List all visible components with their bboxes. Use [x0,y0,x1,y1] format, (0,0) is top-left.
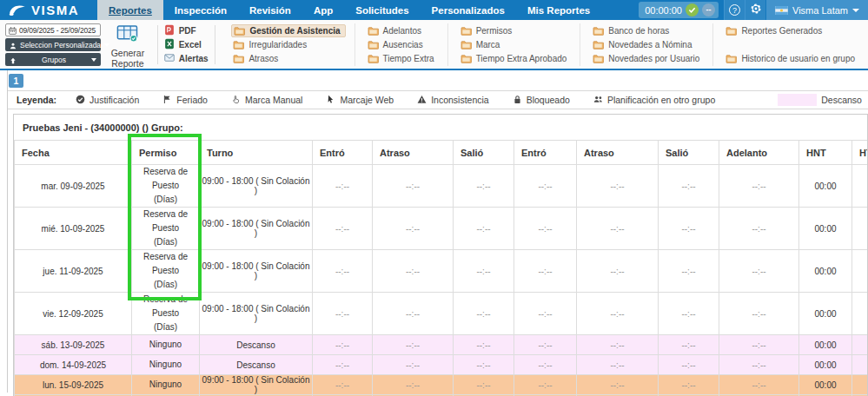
timer-check-button[interactable] [686,3,699,16]
selection-dropdown[interactable]: Seleccion Personalizada [5,38,101,51]
report-type-historico-de-usuario-en-grupo[interactable]: Historico de usuario en grupo [724,52,859,65]
report-type-reportes-generados[interactable]: Reportes Generados [724,24,859,37]
cell-permiso: Ninguno [132,355,200,375]
cell-ht [852,165,868,208]
timer-more-button[interactable]: -- [702,3,715,16]
column-header-salió: Salió [454,141,514,165]
cell-permiso: Reserva de Puesto (Días) [132,208,200,250]
legend-item-feriado: Feriado [162,92,208,108]
cell-mark-3: --:-- [454,208,514,250]
cell-mark-3: --:-- [454,250,514,293]
cell-mark-5: --:-- [577,208,659,250]
pdf-button[interactable]: PDF [164,24,209,37]
report-type-novedades-a-nómina[interactable]: Novedades a Nómina [591,38,704,51]
toolbar-separator [215,25,215,64]
nav-item-solicitudes[interactable]: Solicitudes [344,0,420,20]
cell-mark-6: --:-- [659,355,719,375]
cell-mark-1: --:-- [313,335,373,355]
report-type-label: Banco de horas [608,26,669,36]
cell-mark-5: --:-- [577,250,659,293]
flag-icon [775,3,788,18]
generate-report-button[interactable]: Generar Reporte [109,25,146,66]
cell-fecha: lun. 15-09-2025 [15,375,132,395]
report-type-novedades-por-usuario[interactable]: Novedades por Usuario [591,52,704,65]
settings-button[interactable] [745,0,765,20]
cell-mark-3: --:-- [454,375,514,395]
date-range-field[interactable]: 09/09/2025 - 25/09/2025 [5,23,101,36]
table-header-row: FechaPermisoTurnoEntróAtrasoSalióEntróAt… [15,141,868,165]
user-menu-label: Visma Latam [792,5,848,16]
report-type-permisos[interactable]: Permisos [459,24,572,37]
report-type-atrasos[interactable]: Atrasos [231,52,345,65]
table-row: mar. 09-09-2025Reserva de Puesto (Días)0… [15,165,868,208]
report-type-list: Gestión de AsistenciaIrregularidadesAtra… [221,23,868,66]
legend-item-inconsistencia: Inconsistencia [417,92,489,108]
report-type-label: Atrasos [248,54,278,63]
report-type-banco-de-horas[interactable]: Banco de horas [591,24,704,37]
report-type-tiempo-extra[interactable]: Tiempo Extra [366,52,439,65]
report-type-irregularidades[interactable]: Irregularidades [231,38,345,51]
cell-mark-2: --:-- [373,375,454,395]
column-header-entró: Entró [514,141,577,165]
column-header-ht: HT [852,141,868,165]
cell-mark-4: --:-- [514,355,577,375]
cell-mark-5: --:-- [577,165,659,208]
cell-mark-3: --:-- [454,335,514,355]
legend-item-marcaje-web: Marcaje Web [326,92,394,108]
alertas-button[interactable]: Alertas [164,52,209,65]
column-header-atraso: Atraso [577,141,659,165]
folder-icon [726,23,737,39]
chevron-down-icon [91,58,96,62]
nav-item-mis-reportes[interactable]: Mis Reportes [516,0,601,20]
cell-ht [852,208,868,250]
cell-mark-4: --:-- [514,165,577,208]
cell-mark-4: --:-- [514,250,577,293]
date-range-value: 09/09/2025 - 25/09/2025 [19,26,96,35]
cell-turno: 09:00 - 18:00 ( Sin Colación ) [200,375,313,395]
report-type-adelantos[interactable]: Adelantos [366,24,439,37]
nav-item-reportes[interactable]: Reportes [97,0,163,20]
nav-item-app[interactable]: App [302,0,344,20]
groups-dropdown-label: Grupos [20,56,88,64]
report-type-marca[interactable]: Marca [459,38,572,51]
cell-mark-2: --:-- [373,165,454,208]
question-icon: ? [729,4,740,16]
cell-mark-2: --:-- [373,335,454,355]
report-type-label: Permisos [476,26,513,36]
cell-ht [852,355,868,375]
report-type-column: Reportes GeneradosHistorico de usuario e… [712,23,868,66]
legend-item-marca-manual: Marca Manual [231,92,303,108]
help-button[interactable]: ? [724,0,745,20]
cell-hnt: 00:00 [799,335,852,355]
table-row: jue. 11-09-2025Reserva de Puesto (Días)0… [15,250,868,293]
column-header-fecha: Fecha [15,141,132,165]
pagination: 1 [8,70,868,90]
folder-icon [593,51,604,67]
report-type-label: Historico de usuario en grupo [741,54,855,63]
report-type-label: Novedades por Usuario [608,54,699,63]
excel-button[interactable]: Excel [164,38,209,51]
cell-ht [852,375,868,395]
report-type-label: Reportes Generados [741,26,822,36]
legend-bar: Leyenda: JustificaciónFeriadoMarca Manua… [8,90,868,109]
visma-logo[interactable]: VISMA [0,0,97,20]
nav-item-personalizados[interactable]: Personalizados [421,0,516,20]
user-menu[interactable]: Visma Latam [766,0,868,20]
groups-dropdown[interactable]: Grupos [5,53,101,66]
cell-fecha: vie. 12-09-2025 [15,293,132,335]
report-type-tiempo-extra-aprobado[interactable]: Tiempo Extra Aprobado [459,52,572,65]
report-type-gestión-de-asistencia[interactable]: Gestión de Asistencia [231,24,345,37]
report-type-label: Tiempo Extra Aprobado [476,54,567,63]
cell-permiso: Ninguno [132,335,200,355]
nav-item-revisión[interactable]: Revisión [238,0,302,20]
legend-item-justificación: Justificación [76,92,139,108]
cursor-icon [326,92,335,108]
cell-mark-6: --:-- [659,293,719,335]
cell-mark-1: --:-- [313,250,373,293]
report-type-ausencias[interactable]: Ausencias [366,38,439,51]
page-1-button[interactable]: 1 [9,74,23,88]
nav-item-inspección[interactable]: Inspección [163,0,238,20]
legend-item-label: Marca Manual [245,95,303,105]
cell-ht [852,335,868,355]
report-table-container: Pruebas Jeni - (34000000) () Grupo: Fech… [13,114,868,396]
